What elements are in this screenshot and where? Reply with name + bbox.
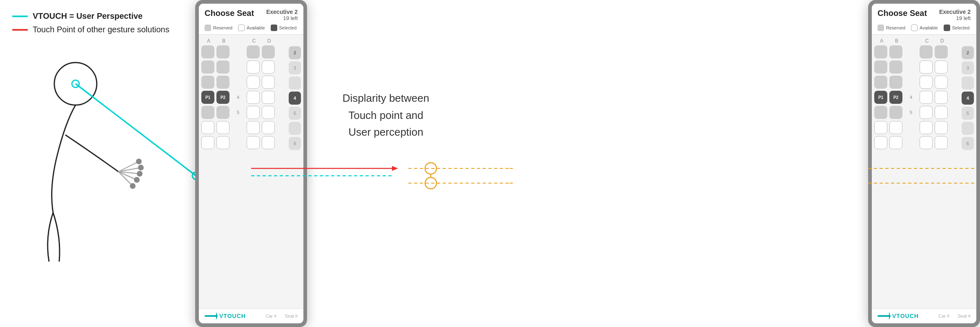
legend: VTOUCH = User Perspective Touch Point of… [12,11,169,38]
seat-5a[interactable] [201,106,214,119]
right-num-blank2[interactable] [962,122,974,135]
seat-row-7 [201,136,287,149]
disparity-line2: Touch point and [343,107,429,124]
right-seat-5d[interactable] [935,106,948,119]
right-seat-6b[interactable] [889,121,902,134]
seat-4b[interactable]: P2 [216,91,229,104]
right-col-5[interactable]: 5 [289,107,301,120]
seat-5d[interactable] [262,106,275,119]
right-seat-3a[interactable] [874,76,887,89]
seat-1a[interactable] [201,45,214,58]
right-col-3[interactable]: 3 [289,61,301,74]
right-col-2[interactable]: 2 [289,46,301,59]
right-col-d: D [935,38,949,44]
right-seat-5c[interactable] [920,106,933,119]
seat-3a[interactable] [201,76,214,89]
right-num-3[interactable]: 3 [962,61,974,74]
seat-1b[interactable] [216,45,229,58]
left-vtouch-logo: VTOUCH [205,312,246,320]
seat-6d[interactable] [262,121,275,134]
right-seat-4a[interactable]: P1 [874,91,887,104]
right-seat-2a[interactable] [874,60,887,74]
disparity-line1: Displarity between [343,90,429,107]
disparity-line3: User perception [343,124,429,141]
disparity-text-block: Displarity between Touch point and User … [343,90,429,141]
svg-rect-14 [205,315,218,317]
right-seat-5b[interactable] [889,106,902,119]
legend-item-vtouch: VTOUCH = User Perspective [12,11,169,21]
right-seat-1b[interactable] [889,45,902,58]
seat-2c[interactable] [247,60,260,74]
svg-point-6 [136,159,142,164]
right-seat-6a[interactable] [874,121,887,134]
right-car-label: Car # [938,314,949,318]
right-seat-7c[interactable] [920,136,933,149]
right-seat-2d[interactable] [935,60,948,74]
left-section: VTOUCH = User Perspective Touch Point of… [0,0,196,327]
right-seat-7a[interactable] [874,136,887,149]
seat-6a[interactable] [201,121,214,134]
right-tablet-screen: Choose Seat Executive 2 19 left Reserved… [872,4,976,323]
right-seat-1d[interactable] [935,45,948,58]
seat-3b[interactable] [216,76,229,89]
right-seat-4c[interactable] [920,91,933,104]
seat-4c[interactable] [247,91,260,104]
seat-2d[interactable] [262,60,275,74]
right-seat-2b[interactable] [889,60,902,74]
left-seat-map: A B C D [199,35,303,155]
right-col-6[interactable] [289,122,301,135]
right-seat-7b[interactable] [889,136,902,149]
col-c: C [247,38,261,44]
seat-6c[interactable] [247,121,260,134]
right-tablet-bezel: Choose Seat Executive 2 19 left Reserved… [868,0,980,327]
right-col-7[interactable]: 6 [289,137,301,150]
right-num-4[interactable]: 4 [962,92,974,105]
right-num-6[interactable]: 6 [962,137,974,150]
svg-line-11 [76,84,196,176]
seat-3c[interactable] [247,76,260,89]
selected-icon [271,25,277,31]
seat-4d[interactable] [262,91,275,104]
left-tablet-footer: VTOUCH Car # Seat # [199,308,303,323]
seat-2a[interactable] [201,60,214,74]
right-seat-4d[interactable] [935,91,948,104]
right-num-5[interactable]: 5 [962,107,974,120]
right-seat-4b[interactable]: P2 [889,91,902,104]
right-right-col: 2 3 4 5 6 [962,46,974,151]
right-col-4[interactable] [289,76,301,90]
seat-4a[interactable]: P1 [201,91,214,104]
right-col-4-sel[interactable]: 4 [289,92,301,105]
right-seat-5a[interactable] [874,106,887,119]
right-legend-selected: Selected [944,25,970,31]
left-legend-reserved: Reserved [205,25,232,31]
seat-7d[interactable] [262,136,275,149]
right-footer-labels: Car # Seat # [938,314,971,318]
right-seat-6d[interactable] [935,121,948,134]
right-seat-2c[interactable] [920,60,933,74]
right-num-blank1[interactable] [962,76,974,90]
seat-6b[interactable] [216,121,229,134]
right-seat-row-1 [874,45,960,58]
seat-7c[interactable] [247,136,260,149]
seat-3d[interactable] [262,76,275,89]
seat-row-4: P1 P2 4 [201,91,287,104]
right-num-2[interactable]: 2 [962,46,974,59]
left-col-headers: A B C D [201,38,287,44]
seat-7b[interactable] [216,136,229,149]
right-seat-1c[interactable] [920,45,933,58]
right-seat-3b[interactable] [889,76,902,89]
seat-1c[interactable] [247,45,260,58]
svg-point-9 [134,177,140,183]
seat-5c[interactable] [247,106,260,119]
left-choose-seat-title: Choose Seat [205,9,254,18]
right-seat-row-3 [874,76,960,89]
right-seat-7d[interactable] [935,136,948,149]
seat-7a[interactable] [201,136,214,149]
seat-2b[interactable] [216,60,229,74]
seat-5b[interactable] [216,106,229,119]
seat-1d[interactable] [262,45,275,58]
right-seat-3d[interactable] [935,76,948,89]
right-seat-1a[interactable] [874,45,887,58]
right-seat-3c[interactable] [920,76,933,89]
right-seat-6c[interactable] [920,121,933,134]
